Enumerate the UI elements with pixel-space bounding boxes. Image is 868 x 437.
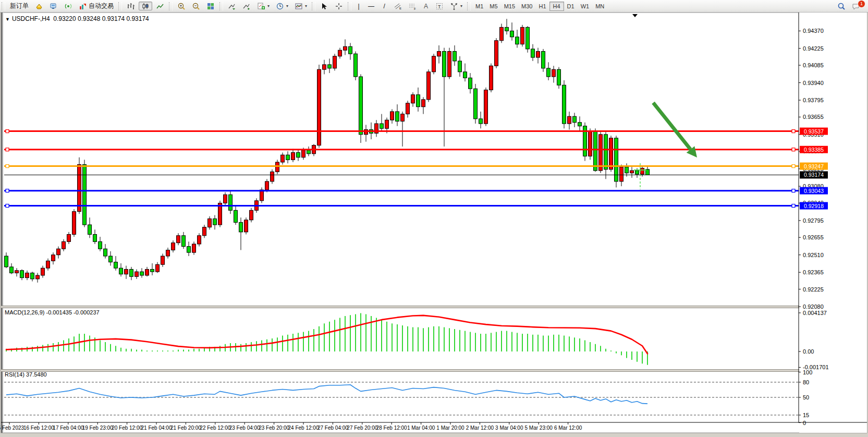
trendline-tool[interactable]: / bbox=[378, 2, 390, 10]
template-button[interactable]: ▾ bbox=[292, 2, 310, 10]
bear-candle bbox=[349, 46, 352, 54]
bear-candle bbox=[354, 54, 358, 77]
chart-shift-button[interactable] bbox=[240, 2, 253, 10]
rsi-axis-label: 100 bbox=[803, 369, 812, 375]
bull-candle bbox=[271, 172, 274, 181]
bear-candle bbox=[93, 234, 97, 241]
bear-candle bbox=[140, 272, 144, 275]
chevron-down-icon: ▾ bbox=[305, 4, 307, 8]
chart-canvas[interactable]: 0.943700.942250.940850.939400.937950.936… bbox=[0, 0, 868, 437]
bull-candle bbox=[198, 236, 201, 244]
period-clock-button[interactable]: ▾ bbox=[273, 2, 291, 10]
bear-candle bbox=[187, 247, 191, 253]
bull-candle bbox=[156, 264, 160, 272]
price-tick-label: 0.94370 bbox=[803, 28, 824, 34]
new-order-label: 新订单 bbox=[10, 2, 29, 10]
tile-windows-button[interactable] bbox=[204, 2, 217, 10]
bear-candle bbox=[547, 68, 551, 77]
bull-candle bbox=[172, 243, 175, 250]
equidistant-channel-tool[interactable]: E bbox=[391, 2, 405, 10]
bear-candle bbox=[99, 241, 102, 249]
price-tick-label: 0.92225 bbox=[803, 286, 824, 293]
price-tick-label: 0.92080 bbox=[803, 304, 824, 310]
tab-timeframe-d1[interactable]: D1 bbox=[564, 2, 578, 10]
bear-candle bbox=[380, 124, 384, 128]
bear-candle bbox=[625, 167, 629, 173]
price-line-badge-label: 0.93385 bbox=[804, 147, 824, 153]
line-anchor bbox=[792, 189, 795, 192]
crosshair-tool-button[interactable] bbox=[332, 2, 346, 10]
fibonacci-tool[interactable]: F bbox=[406, 2, 419, 10]
bear-candle bbox=[453, 52, 457, 61]
signal-icon[interactable] bbox=[62, 2, 75, 10]
bear-candle bbox=[531, 49, 535, 57]
add-indicator-button[interactable]: ▾ bbox=[254, 2, 272, 10]
price-tick-label: 0.94225 bbox=[803, 45, 824, 52]
terminal-icon[interactable] bbox=[47, 2, 60, 10]
line-chart-button[interactable] bbox=[153, 2, 167, 10]
price-tick-label: 0.93940 bbox=[803, 80, 824, 86]
chevron-down-icon: ▾ bbox=[286, 4, 288, 8]
bull-candle bbox=[192, 244, 196, 252]
bear-candle bbox=[119, 268, 123, 274]
bear-candle bbox=[31, 273, 34, 279]
vertical-line-tool[interactable]: | bbox=[353, 2, 364, 10]
bull-candle bbox=[630, 171, 634, 173]
tab-timeframe-h1[interactable]: H1 bbox=[535, 2, 549, 10]
candlestick-chart-button[interactable] bbox=[139, 2, 152, 10]
line-anchor bbox=[6, 165, 9, 168]
bull-candle bbox=[208, 218, 212, 227]
bear-candle bbox=[286, 155, 290, 160]
tab-timeframe-mn[interactable]: MN bbox=[592, 2, 607, 10]
time-tick-label: 24 Feb 12:00 bbox=[288, 425, 319, 431]
tab-timeframe-m15[interactable]: M15 bbox=[501, 2, 518, 10]
text-label-tool[interactable]: T bbox=[433, 2, 446, 10]
tab-timeframe-w1[interactable]: W1 bbox=[578, 2, 593, 10]
chevron-down-icon: ▾ bbox=[267, 4, 270, 8]
cursor-tool-button[interactable] bbox=[317, 2, 331, 10]
time-tick-label: 19 Feb 23:00 bbox=[82, 425, 113, 431]
line-anchor bbox=[792, 130, 795, 133]
bull-candle bbox=[620, 167, 624, 181]
zoom-in-button[interactable] bbox=[175, 2, 188, 10]
arrows-tool[interactable]: ▾ bbox=[447, 2, 465, 10]
notifications-icon[interactable]: 1 bbox=[849, 2, 863, 10]
zoom-out-button[interactable] bbox=[189, 2, 203, 10]
bear-candle bbox=[463, 72, 467, 78]
text-tool[interactable]: A bbox=[420, 2, 432, 10]
bull-candle bbox=[260, 190, 264, 201]
tab-timeframe-m5[interactable]: M5 bbox=[486, 2, 500, 10]
gold-icon[interactable] bbox=[32, 2, 46, 10]
bull-candle bbox=[291, 152, 295, 160]
time-tick-label: 23 Feb 04:00 bbox=[229, 425, 260, 431]
horizontal-line-tool[interactable]: — bbox=[365, 2, 377, 10]
line-anchor bbox=[6, 204, 9, 208]
time-tick-label: 3 Mar 04:00 bbox=[495, 425, 523, 431]
bear-candle bbox=[578, 123, 582, 126]
chevron-down-icon: ▾ bbox=[460, 4, 462, 8]
auto-scroll-button[interactable] bbox=[225, 2, 239, 10]
tab-timeframe-m1[interactable]: M1 bbox=[472, 2, 486, 10]
bull-candle bbox=[589, 131, 592, 156]
new-order-button[interactable]: 新订单 bbox=[7, 2, 31, 10]
auto-trading-button[interactable]: 自动交易 bbox=[76, 2, 116, 10]
bull-candle bbox=[203, 227, 206, 236]
bear-candle bbox=[88, 225, 92, 234]
bull-candle bbox=[406, 103, 410, 114]
price-line-badge-label: 0.93537 bbox=[804, 128, 824, 135]
bull-candle bbox=[26, 273, 29, 277]
bear-candle bbox=[234, 210, 238, 222]
tab-timeframe-m30[interactable]: M30 bbox=[518, 2, 535, 10]
time-tick-label: 17 Feb 04:00 bbox=[53, 425, 83, 431]
bar-chart-button[interactable] bbox=[124, 2, 138, 10]
svg-text:T: T bbox=[438, 4, 441, 9]
bull-candle bbox=[364, 130, 368, 135]
bear-candle bbox=[458, 61, 462, 72]
tab-timeframe-h4[interactable]: H4 bbox=[549, 2, 564, 11]
search-icon[interactable] bbox=[835, 2, 848, 10]
bear-candle bbox=[213, 218, 217, 225]
line-anchor bbox=[6, 148, 9, 151]
price-tick-label: 0.93655 bbox=[803, 114, 824, 120]
bull-candle bbox=[568, 116, 571, 124]
bear-candle bbox=[557, 69, 561, 85]
